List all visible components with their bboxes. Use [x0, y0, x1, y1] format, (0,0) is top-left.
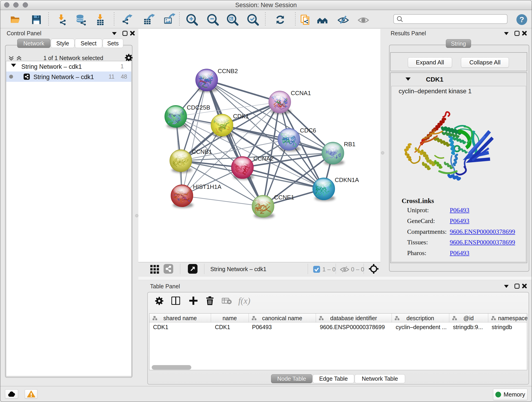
- svg-text:CCNA1: CCNA1: [291, 89, 311, 96]
- svg-text:CDC6: CDC6: [300, 127, 316, 134]
- svg-text:HIST1H1A: HIST1H1A: [193, 183, 222, 190]
- svg-text:CCNA2: CCNA2: [253, 155, 273, 162]
- svg-text:CCNB1: CCNB1: [192, 148, 212, 155]
- svg-text:CCNE1: CCNE1: [274, 194, 294, 201]
- svg-text:CDKN1A: CDKN1A: [335, 177, 359, 183]
- svg-text:CDK1: CDK1: [233, 113, 249, 120]
- svg-text:CDC25B: CDC25B: [187, 104, 210, 111]
- svg-text:RB1: RB1: [344, 141, 355, 148]
- svg-text:CCNB2: CCNB2: [218, 68, 238, 75]
